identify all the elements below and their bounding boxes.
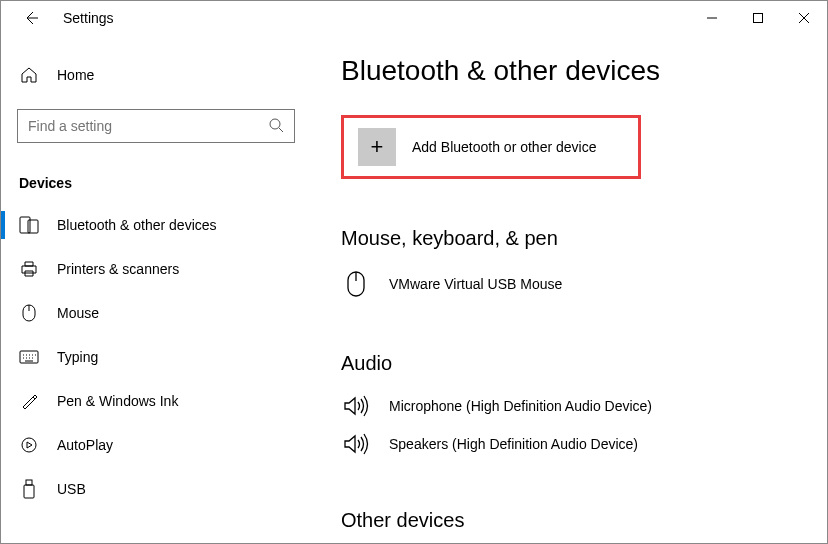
minimize-icon (707, 13, 717, 23)
add-device-button[interactable]: + Add Bluetooth or other device (341, 115, 641, 179)
mouse-icon (19, 304, 39, 322)
sidebar-item-label: Mouse (57, 305, 99, 321)
svg-rect-7 (26, 480, 32, 485)
svg-rect-0 (754, 14, 763, 23)
speaker-icon (341, 395, 371, 417)
search-input[interactable] (28, 118, 268, 134)
sidebar-item-printers[interactable]: Printers & scanners (1, 247, 311, 291)
svg-rect-8 (24, 485, 34, 498)
device-label: VMware Virtual USB Mouse (389, 276, 562, 292)
close-icon (799, 13, 809, 23)
section-heading-other: Other devices (341, 509, 797, 532)
sidebar-item-pen[interactable]: Pen & Windows Ink (1, 379, 311, 423)
autoplay-icon (19, 436, 39, 454)
pen-icon (19, 392, 39, 410)
device-row[interactable]: VMware Virtual USB Mouse (341, 260, 797, 304)
window-controls (689, 1, 827, 35)
sidebar-item-mouse[interactable]: Mouse (1, 291, 311, 335)
device-row[interactable]: Microphone (High Definition Audio Device… (341, 385, 797, 423)
section-heading-audio: Audio (341, 352, 797, 375)
add-device-label: Add Bluetooth or other device (412, 139, 596, 155)
plus-icon: + (358, 128, 396, 166)
mouse-device-icon (341, 270, 371, 298)
device-label: Microphone (High Definition Audio Device… (389, 398, 652, 414)
minimize-button[interactable] (689, 1, 735, 35)
sidebar-section-label: Devices (1, 163, 311, 203)
usb-icon (19, 479, 39, 499)
maximize-icon (753, 13, 763, 23)
svg-point-6 (22, 438, 36, 452)
home-icon (19, 66, 39, 84)
sidebar-item-label: AutoPlay (57, 437, 113, 453)
maximize-button[interactable] (735, 1, 781, 35)
search-box[interactable] (17, 109, 295, 143)
close-button[interactable] (781, 1, 827, 35)
window-title: Settings (63, 10, 114, 26)
back-button[interactable] (17, 4, 45, 32)
sidebar-item-label: Bluetooth & other devices (57, 217, 217, 233)
sidebar-item-label: Printers & scanners (57, 261, 179, 277)
printer-icon (19, 260, 39, 278)
home-label: Home (57, 67, 94, 83)
device-label: Speakers (High Definition Audio Device) (389, 436, 638, 452)
main-panel: Bluetooth & other devices + Add Bluetoot… (311, 35, 827, 543)
search-icon (268, 117, 284, 136)
sidebar-item-autoplay[interactable]: AutoPlay (1, 423, 311, 467)
titlebar: Settings (1, 1, 827, 35)
speaker-icon (341, 433, 371, 455)
bluetooth-devices-icon (19, 216, 39, 234)
sidebar-item-label: Pen & Windows Ink (57, 393, 178, 409)
home-button[interactable]: Home (1, 55, 311, 95)
sidebar-item-label: USB (57, 481, 86, 497)
sidebar-item-bluetooth[interactable]: Bluetooth & other devices (1, 203, 311, 247)
sidebar: Home Devices Bluetooth & other devices P… (1, 35, 311, 543)
sidebar-item-label: Typing (57, 349, 98, 365)
page-title: Bluetooth & other devices (341, 55, 797, 87)
sidebar-item-usb[interactable]: USB (1, 467, 311, 511)
arrow-left-icon (23, 10, 39, 26)
sidebar-item-typing[interactable]: Typing (1, 335, 311, 379)
svg-point-1 (270, 119, 280, 129)
section-heading-mkp: Mouse, keyboard, & pen (341, 227, 797, 250)
keyboard-icon (19, 350, 39, 364)
device-row[interactable]: Speakers (High Definition Audio Device) (341, 423, 797, 461)
